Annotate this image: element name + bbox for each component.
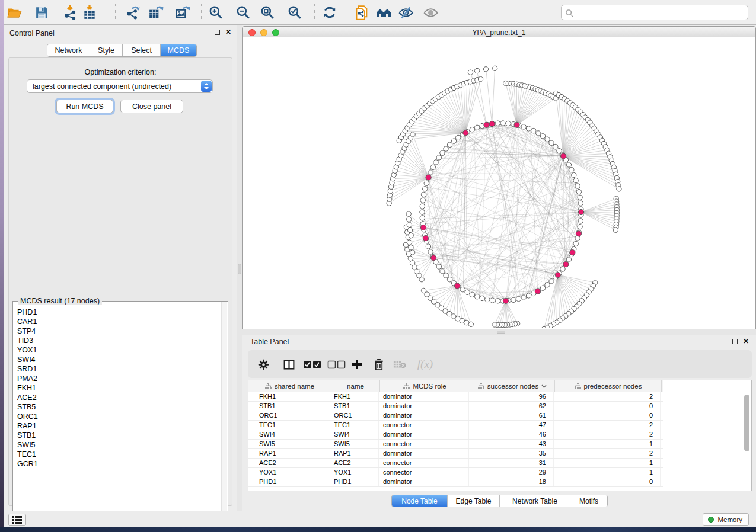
list-item[interactable]: SWI4: [17, 355, 222, 364]
list-item[interactable]: ORC1: [17, 412, 222, 421]
list-item[interactable]: CAR1: [17, 317, 222, 326]
splitter-grip[interactable]: [497, 331, 505, 334]
list-item[interactable]: STB1: [17, 431, 222, 440]
delete-columns-trash-icon[interactable]: [372, 357, 386, 371]
network-window-titlebar[interactable]: YPA_prune.txt_1: [242, 26, 756, 37]
list-item[interactable]: YOX1: [17, 345, 222, 355]
add-column-icon[interactable]: [350, 357, 364, 371]
tab-edge-table[interactable]: Edge Table: [448, 495, 500, 507]
table-row[interactable]: ORC1ORC1dominator610: [248, 411, 663, 421]
splitter-grip[interactable]: [238, 264, 241, 274]
run-mcds-button[interactable]: Run MCDS: [56, 100, 113, 113]
list-item[interactable]: SWI5: [17, 440, 222, 450]
tab-node-table[interactable]: Node Table: [392, 495, 448, 507]
save-session-icon[interactable]: [33, 4, 50, 21]
list-item[interactable]: ACE2: [17, 393, 222, 402]
horizontal-splitter[interactable]: [242, 329, 756, 335]
toolbar-separator: [201, 4, 202, 21]
table-row[interactable]: PHD1PHD1dominator180: [248, 477, 663, 487]
table-row[interactable]: ACE2ACE2connector311: [248, 459, 663, 468]
zoom-out-icon[interactable]: [235, 4, 251, 21]
select-all-icon[interactable]: [302, 357, 323, 371]
table-scrollbar-thumb[interactable]: [744, 395, 749, 451]
main-toolbar: [4, 0, 756, 25]
zoom-selected-icon[interactable]: [286, 4, 303, 21]
table-row[interactable]: RAP1RAP1dominator352: [248, 449, 663, 459]
open-file-icon[interactable]: [6, 4, 23, 21]
list-item[interactable]: GCR1: [17, 459, 222, 469]
table-row[interactable]: SWI5SWI5connector431: [248, 440, 663, 449]
table-options-gear-icon[interactable]: [256, 357, 270, 371]
table-row[interactable]: YOX1YOX1connector291: [248, 468, 663, 477]
cell-mcds-role: dominator: [379, 402, 469, 411]
cell-successor-nodes: 96: [469, 392, 554, 401]
cell-mcds-role: connector: [379, 468, 469, 477]
new-network-from-selection-icon[interactable]: [353, 4, 370, 21]
cell-shared-name: YOX1: [248, 468, 330, 477]
control-panel-header: Control Panel ✕: [4, 25, 237, 41]
apply-layout-icon[interactable]: [321, 4, 338, 21]
show-column-panel-icon[interactable]: [282, 357, 296, 371]
memory-button[interactable]: Memory: [703, 513, 749, 526]
cell-predecessor-nodes: 0: [554, 411, 661, 420]
column-header-shared-name[interactable]: shared name: [248, 380, 331, 392]
network-window: YPA_prune.txt_1: [242, 26, 756, 329]
cell-shared-name: ACE2: [248, 459, 330, 467]
table-row[interactable]: STB1STB1dominator620: [248, 402, 663, 411]
table-row[interactable]: SWI4SWI4dominator462: [248, 430, 663, 440]
zoom-fit-icon[interactable]: [259, 4, 276, 21]
cell-predecessor-nodes: 1: [554, 459, 661, 467]
mcds-panel: Optimization criterion: largest connecte…: [8, 57, 232, 506]
column-header-mcds-role[interactable]: MCDS role: [380, 380, 470, 392]
optimization-criterion-select[interactable]: largest connected component (undirected): [27, 79, 213, 93]
list-item[interactable]: STP4: [17, 326, 222, 336]
tab-style[interactable]: Style: [90, 44, 123, 56]
list-item[interactable]: SRD1: [17, 364, 222, 374]
column-header-successor-nodes[interactable]: successor nodes: [470, 380, 555, 392]
table-header-row: shared name name MCDS role successor nod…: [248, 380, 663, 392]
apply-function-icon: f(x): [415, 357, 435, 371]
list-item[interactable]: STB5: [17, 402, 222, 412]
zoom-in-icon[interactable]: [208, 4, 224, 21]
sort-descending-icon: [541, 384, 547, 388]
cell-successor-nodes: 47: [469, 421, 554, 430]
export-table-icon[interactable]: [148, 4, 164, 21]
column-label: predecessor nodes: [584, 383, 642, 390]
float-panel-icon[interactable]: [215, 30, 220, 35]
show-panels-list-button[interactable]: [8, 514, 26, 526]
list-item[interactable]: RAP1: [17, 421, 222, 431]
export-image-icon[interactable]: [174, 4, 191, 21]
import-network-icon[interactable]: [63, 4, 79, 21]
list-item[interactable]: TID3: [17, 336, 222, 345]
column-header-name[interactable]: name: [331, 380, 380, 392]
search-input[interactable]: [576, 6, 745, 19]
list-item[interactable]: FKH1: [17, 383, 222, 393]
select-stepper-icon: [201, 81, 212, 92]
hide-selected-icon[interactable]: [397, 4, 414, 21]
network-view-canvas[interactable]: [242, 37, 756, 329]
list-scrollbar[interactable]: [221, 302, 227, 518]
table-row[interactable]: TEC1TEC1connector472: [248, 421, 663, 430]
column-header-predecessor-nodes[interactable]: predecessor nodes: [555, 380, 662, 392]
first-neighbors-icon[interactable]: [375, 4, 392, 21]
close-panel-button[interactable]: Close panel: [120, 100, 183, 113]
float-panel-icon[interactable]: [732, 339, 738, 344]
close-panel-icon[interactable]: ✕: [743, 338, 749, 344]
tab-select[interactable]: Select: [123, 44, 161, 56]
close-panel-icon[interactable]: ✕: [225, 29, 231, 35]
deselect-all-icon[interactable]: [327, 357, 347, 371]
cell-name: RAP1: [330, 449, 379, 458]
table-row[interactable]: FKH1FKH1dominator962: [248, 392, 663, 402]
tab-mcds[interactable]: MCDS: [161, 44, 196, 56]
tab-motifs[interactable]: Motifs: [570, 495, 607, 507]
tab-network[interactable]: Network: [47, 44, 90, 56]
control-panel-title: Control Panel: [9, 29, 55, 37]
list-item[interactable]: PMA2: [17, 374, 222, 383]
export-network-icon[interactable]: [125, 4, 142, 21]
list-item[interactable]: TEC1: [17, 450, 222, 459]
vertical-splitter[interactable]: [237, 25, 242, 511]
list-item[interactable]: PHD1: [17, 307, 222, 317]
cell-shared-name: SWI5: [248, 440, 330, 448]
tab-network-table[interactable]: Network Table: [500, 495, 570, 507]
import-table-icon[interactable]: [81, 4, 98, 21]
